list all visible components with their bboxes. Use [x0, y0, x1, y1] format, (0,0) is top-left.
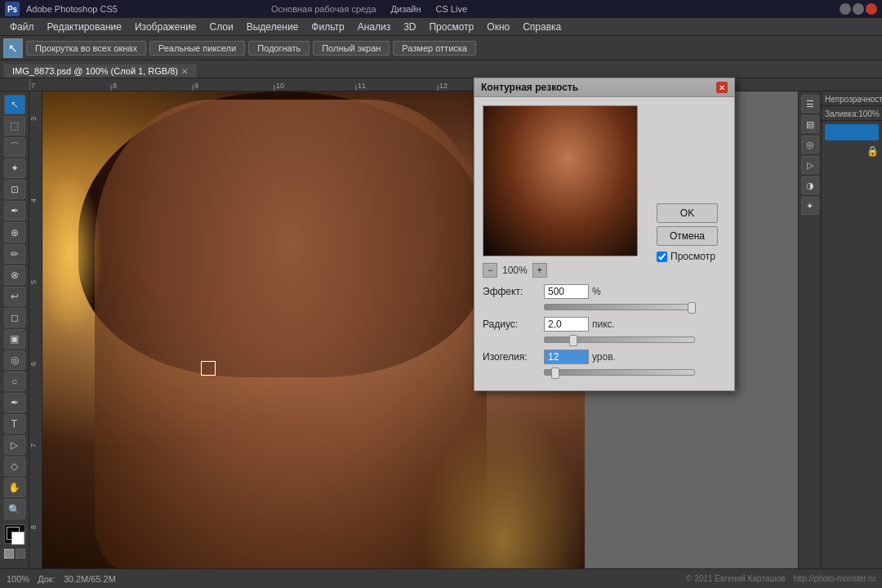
tool-eyedropper[interactable]: ✒ — [4, 201, 25, 220]
tool-brush[interactable]: ✏ — [4, 244, 25, 264]
radius-slider[interactable] — [544, 336, 695, 343]
fullscreen-button[interactable]: Полный экран — [313, 41, 390, 56]
styles-icon[interactable]: ✦ — [801, 197, 819, 215]
tool-clone[interactable]: ⊗ — [4, 265, 25, 285]
layers-panel: Непрозрачность: 100% Заливка: 100% 🔒 — [821, 91, 882, 568]
svg-text:3: 3 — [29, 117, 38, 121]
radius-input[interactable] — [544, 317, 589, 332]
menu-image[interactable]: Изображение — [128, 20, 203, 34]
document-tab[interactable]: IMG_8873.psd @ 100% (Слой 1, RGB/8) ✕ — [3, 64, 197, 78]
quick-mask-button[interactable] — [16, 549, 25, 559]
zoom-out-button[interactable]: − — [483, 263, 497, 278]
unsharp-mask-dialog: Контурная резкость ✕ − 100% + Эффект: % — [474, 78, 735, 391]
channels-icon[interactable]: ▤ — [801, 115, 819, 133]
menu-file[interactable]: Файл — [3, 20, 41, 34]
history-icon[interactable]: ◎ — [801, 136, 819, 154]
svg-text:8: 8 — [113, 82, 117, 90]
site-url: http://photo-monster.ru — [793, 574, 875, 583]
preview-label[interactable]: Просмотр — [670, 251, 715, 262]
fill-value: 100% — [858, 109, 880, 118]
adjustments-icon[interactable]: ◑ — [801, 176, 819, 194]
menu-view[interactable]: Просмотр — [422, 20, 480, 34]
actions-icon[interactable]: ▷ — [801, 156, 819, 174]
effect-slider[interactable] — [544, 304, 695, 310]
dialog-close-button[interactable]: ✕ — [716, 82, 728, 93]
tool-lasso[interactable]: ⌒ — [4, 137, 25, 157]
tool-move[interactable]: ↖ — [4, 95, 25, 114]
menu-window[interactable]: Окно — [480, 20, 516, 34]
main-area: ↖ ⬚ ⌒ ✦ ⊡ ✒ ⊕ ✏ ⊗ ↩ ◻ ▣ ◎ ○ ✒ T ▷ ◇ ✋ 🔍 — [0, 91, 882, 568]
threshold-label: Изогелия: — [483, 351, 544, 363]
tool-crop[interactable]: ⊡ — [4, 180, 25, 199]
lock-icon: 🔒 — [822, 144, 882, 158]
vertical-ruler: 3 4 5 6 7 8 — [29, 91, 42, 568]
tool-eraser[interactable]: ◻ — [4, 308, 25, 327]
actual-pixels-button[interactable]: Реальные пиксели — [149, 41, 245, 56]
tool-dodge[interactable]: ○ — [4, 372, 25, 391]
cslive-label: CS Live — [436, 4, 468, 14]
menu-select[interactable]: Выделение — [240, 20, 305, 34]
close-button[interactable] — [866, 3, 877, 15]
threshold-slider[interactable] — [544, 369, 695, 376]
layer-thumbnail[interactable] — [825, 124, 879, 140]
scroll-all-windows-button[interactable]: Прокрутка во всех окнах — [26, 41, 146, 56]
tool-blur[interactable]: ◎ — [4, 350, 25, 370]
menu-help[interactable]: Справка — [516, 20, 568, 34]
zoom-in-button[interactable]: + — [532, 263, 547, 278]
threshold-input[interactable] — [544, 350, 589, 364]
ruler-marks: 7 8 9 10 11 12 — [29, 78, 882, 91]
titlebar-left: Ps Adobe Photoshop CS5 Основная рабочая … — [5, 2, 467, 16]
cancel-button[interactable]: Отмена — [657, 226, 718, 246]
svg-text:11: 11 — [358, 82, 366, 90]
radius-unit: пикс. — [592, 318, 615, 330]
menu-3d[interactable]: 3D — [397, 20, 422, 34]
minimize-button[interactable] — [840, 3, 851, 15]
effect-slider-row — [483, 304, 726, 310]
tool-text[interactable]: T — [4, 414, 25, 434]
layers-icon[interactable]: ☰ — [801, 95, 819, 113]
preview-checkbox[interactable] — [657, 252, 667, 262]
menu-filter[interactable]: Фильтр — [305, 20, 350, 34]
effect-input[interactable] — [544, 284, 589, 299]
menu-layers[interactable]: Слои — [203, 20, 240, 34]
svg-text:6: 6 — [29, 362, 38, 366]
radius-slider-row — [483, 336, 726, 343]
tool-magic-wand[interactable]: ✦ — [4, 158, 25, 178]
radius-label: Радиус: — [483, 318, 544, 330]
zoom-level: 100% — [7, 574, 29, 584]
tool-marquee[interactable]: ⬚ — [4, 116, 25, 136]
dialog-title-text: Контурная резкость — [481, 82, 578, 93]
design-label: Дизайн — [391, 4, 421, 14]
tool-pen[interactable]: ✒ — [4, 393, 25, 412]
titlebar-title: Adobe Photoshop CS5 — [26, 4, 118, 14]
candle-light — [38, 173, 103, 336]
fit-button[interactable]: Подогнать — [248, 41, 310, 56]
radius-slider-thumb[interactable] — [569, 335, 577, 346]
tool-healing[interactable]: ⊕ — [4, 222, 25, 242]
threshold-slider-thumb[interactable] — [551, 368, 559, 379]
tool-history-brush[interactable]: ↩ — [4, 287, 25, 306]
foreground-background-colors[interactable] — [4, 524, 25, 544]
tool-hand[interactable]: ✋ — [4, 478, 25, 497]
preview-image — [483, 106, 637, 256]
svg-text:9: 9 — [194, 82, 198, 90]
statusbar: 100% Док: 30.2М/65.2М © 2011 Евгений Кар… — [0, 568, 882, 588]
print-size-button[interactable]: Размер оттиска — [393, 41, 476, 56]
maximize-button[interactable] — [853, 3, 864, 15]
menu-analysis[interactable]: Анализ — [351, 20, 398, 34]
tool-path-select[interactable]: ▷ — [4, 435, 25, 455]
fill-label: Заливка: — [825, 109, 858, 118]
effect-slider-thumb[interactable] — [688, 302, 696, 314]
ok-button[interactable]: OK — [657, 203, 718, 223]
tool-gradient[interactable]: ▣ — [4, 329, 25, 349]
preview-image-box[interactable] — [483, 105, 638, 256]
menu-edit[interactable]: Редактирование — [41, 20, 128, 34]
preview-checkbox-row: Просмотр — [657, 251, 718, 262]
tab-close-button[interactable]: ✕ — [181, 67, 188, 76]
svg-text:10: 10 — [276, 82, 284, 90]
standard-mode-button[interactable] — [4, 549, 14, 559]
tool-zoom[interactable]: 🔍 — [4, 499, 25, 519]
tool-shape[interactable]: ◇ — [4, 457, 25, 476]
workspace-label: Основная рабочая среда — [271, 4, 376, 14]
menubar: Файл Редактирование Изображение Слои Выд… — [0, 18, 882, 36]
